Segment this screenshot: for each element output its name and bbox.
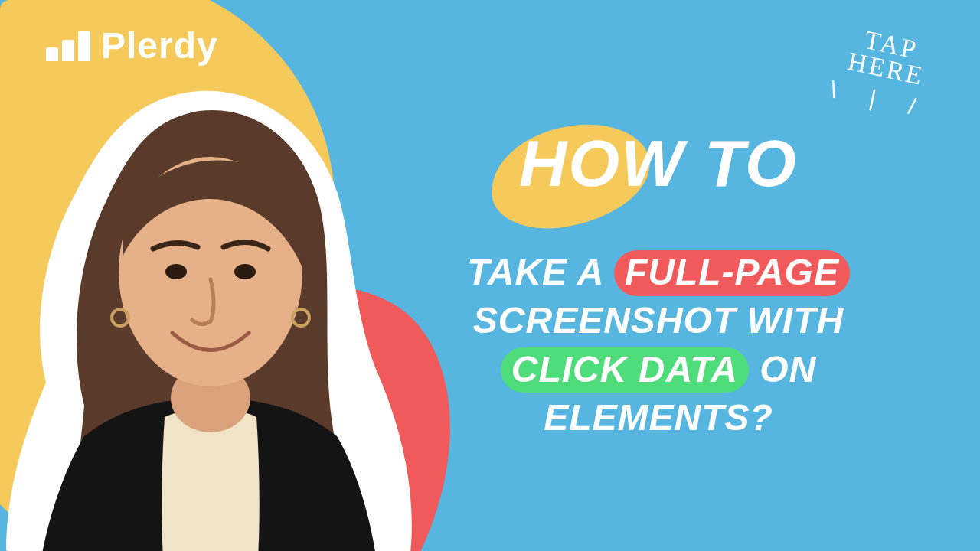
headline-block: HOW TO TAKE A FULL-PAGE SCREENSHOT WITH …	[390, 130, 926, 442]
svg-point-2	[165, 264, 187, 279]
headline-subtitle: TAKE A FULL-PAGE SCREENSHOT WITH CLICK D…	[390, 248, 926, 442]
headline-text: SCREENSHOT WITH	[473, 300, 844, 341]
presenter-photo	[0, 77, 429, 551]
bars-icon	[46, 31, 90, 61]
brand-logo: Plerdy	[46, 24, 218, 67]
brand-name: Plerdy	[101, 24, 218, 67]
pill-click-data: CLICK DATA	[501, 347, 749, 393]
headline-howto: HOW TO	[390, 130, 926, 196]
headline-text: ON	[749, 349, 816, 390]
pill-full-page: FULL-PAGE	[614, 250, 850, 296]
tap-here-cta[interactable]: TAP HERE \ | /	[828, 22, 943, 120]
svg-point-3	[234, 264, 256, 279]
headline-text: ELEMENTS?	[544, 397, 773, 438]
headline-text: TAKE A	[467, 252, 614, 292]
